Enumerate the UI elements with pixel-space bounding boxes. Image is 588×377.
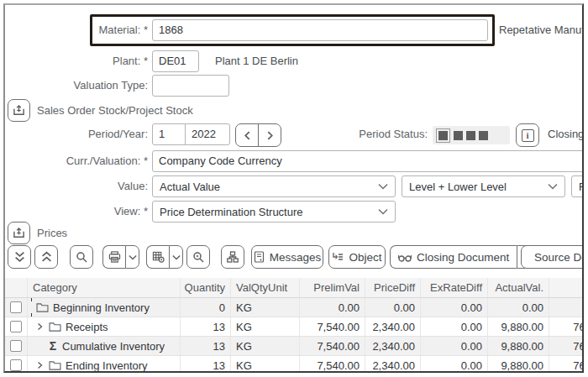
price-cell: 0.00: [549, 298, 584, 317]
column-header-pricediff[interactable]: PriceDiff: [365, 278, 420, 297]
expander-icon[interactable]: [36, 322, 45, 331]
year-input[interactable]: 2022: [185, 123, 230, 145]
category-label: Receipts: [66, 321, 108, 333]
header-select-column: [5, 278, 27, 297]
chevron-down-icon: [172, 254, 181, 260]
curr-valuation-input[interactable]: Company Code Currency: [152, 150, 584, 172]
column-header-price[interactable]: Price: [549, 278, 584, 297]
source-document-button[interactable]: Source Docu: [521, 245, 584, 269]
print-dropdown[interactable]: [125, 245, 139, 269]
unit-cell: KG: [230, 298, 299, 317]
value-label: Value:: [5, 175, 148, 197]
closing-document-button-label: Closing Document: [417, 251, 509, 264]
folder-icon: [49, 322, 61, 332]
layout-dropdown[interactable]: [169, 245, 183, 269]
period-status-square-selected[interactable]: [436, 128, 450, 143]
value-select[interactable]: Actual Value: [152, 175, 396, 197]
double-chevron-up-icon: [41, 251, 52, 263]
display-glasses-icon: [398, 253, 412, 262]
chevron-down-icon: [378, 208, 388, 215]
row-checkbox[interactable]: [10, 301, 22, 313]
row-checkbox[interactable]: [10, 340, 22, 352]
column-header-category[interactable]: Category: [27, 278, 180, 297]
folder-icon: [36, 302, 49, 312]
column-header-valqtyunit[interactable]: ValQtyUnit: [230, 278, 299, 297]
category-cell[interactable]: Receipts: [27, 317, 180, 336]
price-cell: 760.00: [549, 317, 584, 336]
valuation-type-input[interactable]: [152, 75, 229, 97]
info-icon: i: [522, 129, 534, 142]
detail-zoom-button[interactable]: [186, 245, 210, 269]
closing-document-split-button: Closing Document: [390, 245, 540, 269]
period-status-square[interactable]: [454, 131, 463, 140]
period-input[interactable]: 1: [152, 123, 186, 145]
exratediff-cell: 0.00: [420, 356, 487, 373]
plant-input[interactable]: DE01: [152, 50, 199, 72]
prices-section: Prices: [8, 222, 67, 244]
column-header-quantity[interactable]: Quantity: [180, 278, 230, 297]
closing-label: Closing: [548, 123, 584, 145]
hierarchy-button[interactable]: [221, 245, 244, 269]
focus-corner: [31, 313, 37, 317]
third-select[interactable]: F: [571, 175, 584, 197]
curr-valuation-label: Curr./Valuation: *: [5, 150, 148, 172]
messages-button-label: Messages: [270, 251, 322, 264]
messages-button[interactable]: Messages: [251, 245, 323, 269]
row-checkbox[interactable]: [10, 359, 22, 371]
quantity-cell: 13: [180, 337, 230, 355]
period-status-field: [433, 126, 510, 144]
previous-period-button[interactable]: [235, 123, 259, 147]
print-split-button: [102, 245, 139, 269]
column-header-exratediff[interactable]: ExRateDiff: [420, 278, 487, 297]
category-cell[interactable]: Σ Cumulative Inventory: [27, 337, 180, 355]
level-select[interactable]: Level + Lower Level: [402, 175, 565, 197]
plant-label: Plant: *: [5, 50, 148, 72]
sigma-icon: Σ: [48, 339, 58, 353]
unit-cell: KG: [230, 356, 299, 373]
closing-document-button[interactable]: Closing Document: [390, 245, 517, 269]
view-select-text: Price Determination Structure: [160, 206, 303, 218]
search-icon: [76, 251, 87, 263]
prices-table: Category Quantity ValQtyUnit PrelimVal P…: [5, 278, 584, 373]
row-checkbox[interactable]: [10, 321, 22, 332]
next-period-button[interactable]: [258, 123, 281, 147]
chevron-down-icon: [129, 254, 137, 260]
sales-order-stock-title: Sales Order Stock/Project Stock: [37, 104, 193, 117]
level-select-text: Level + Lower Level: [409, 181, 507, 193]
printer-icon: [108, 251, 121, 263]
find-button[interactable]: [70, 245, 93, 269]
view-select[interactable]: Price Determination Structure: [152, 201, 396, 223]
table-settings-icon: [152, 251, 165, 263]
pricediff-cell: 2,340.00: [365, 356, 420, 373]
period-status-square[interactable]: [479, 131, 488, 140]
layout-settings-button[interactable]: [146, 245, 169, 269]
org-chart-icon: [227, 251, 239, 263]
tray-toggle-button[interactable]: [8, 222, 30, 244]
folder-icon: [49, 360, 61, 370]
double-chevron-down-icon: [14, 251, 25, 263]
category-label: Ending Inventory: [66, 359, 148, 372]
period-status-info-button[interactable]: i: [516, 123, 539, 147]
valuation-type-label: Valuation Type:: [5, 75, 148, 97]
pricediff-cell: 2,340.00: [365, 337, 420, 355]
column-header-actualval[interactable]: ActualVal.: [487, 278, 549, 297]
expander-icon[interactable]: [36, 361, 45, 369]
quantity-cell: 13: [180, 317, 230, 336]
period-year-label: Period/Year:: [5, 123, 148, 145]
category-cell[interactable]: Beginning Inventory: [27, 298, 180, 317]
material-input[interactable]: 1868: [152, 19, 488, 41]
category-cell[interactable]: Ending Inventory: [27, 356, 180, 373]
object-button[interactable]: Object: [328, 245, 386, 269]
print-button[interactable]: [102, 245, 125, 269]
expand-all-button[interactable]: [8, 245, 31, 269]
prelimval-cell: 7,540.00: [299, 356, 365, 373]
layout-split-button: [146, 245, 183, 269]
actualval-cell: 9,880.00: [487, 317, 549, 336]
collapse-all-button[interactable]: [34, 245, 58, 269]
column-header-prelimval[interactable]: PrelimVal: [299, 278, 365, 297]
plant-description: Plant 1 DE Berlin: [215, 50, 298, 72]
tray-toggle-button[interactable]: [8, 99, 30, 122]
chevron-down-icon: [378, 183, 388, 190]
period-status-square[interactable]: [466, 131, 475, 140]
exratediff-cell: 0.00: [420, 298, 487, 317]
